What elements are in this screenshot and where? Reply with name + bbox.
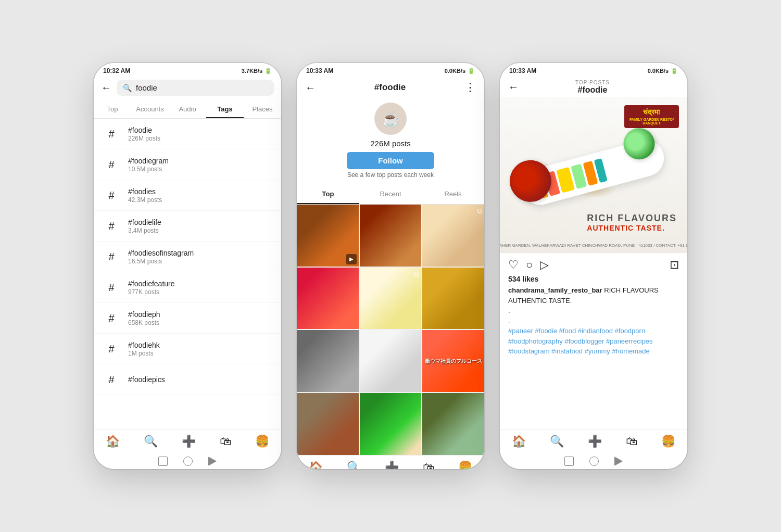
hashtag-item-foodiefeature[interactable]: # #foodiefeature 977K posts — [94, 272, 281, 303]
phone2-bottom-nav: 🏠 🔍 ➕ 🛍 🍔 — [297, 455, 484, 469]
photo-cell-1[interactable]: ▶ — [297, 205, 359, 267]
caption-hashtags[interactable]: #paneer #foodie #food #indianfood #foodp… — [508, 327, 653, 355]
hashtag-name-foodie: #foodie — [128, 126, 160, 134]
photo-cell-11[interactable] — [360, 393, 422, 455]
phone1-bottom-nav: 🏠 🔍 ➕ 🛍 🍔 — [94, 429, 281, 452]
caption-username[interactable]: chandrama_family_resto_bar — [508, 286, 602, 294]
heart-icon[interactable]: ♡ — [508, 258, 519, 272]
phone1-tabs-row: Top Accounts Audio Tags Places — [94, 100, 281, 119]
phones-container: 10:32 AM 3.7KB/s 🔋 ← 🔍 Top Accounts Audi… — [94, 63, 687, 469]
phone1-time: 10:32 AM — [103, 67, 130, 74]
content-tab-top[interactable]: Top — [297, 185, 359, 204]
sys-back-button[interactable] — [208, 457, 217, 466]
comment-icon[interactable]: ○ — [526, 258, 533, 272]
sys-circle-button[interactable] — [183, 457, 193, 466]
phone3-back-button[interactable]: ← — [508, 81, 519, 93]
content-tab-recent[interactable]: Recent — [359, 185, 422, 204]
phone1-search-box[interactable]: 🔍 — [117, 80, 274, 96]
hashtag-count-foodie: 226M posts — [128, 135, 160, 142]
nav-search-icon[interactable]: 🔍 — [144, 435, 158, 448]
photo-cell-10[interactable] — [297, 393, 359, 455]
photo-cell-12[interactable] — [422, 393, 484, 455]
phone1-system-bar — [94, 452, 281, 469]
phone2-status-bar: 10:33 AM 0.0KB/s 🔋 — [297, 63, 484, 77]
caption-dots: . — [508, 307, 510, 314]
phone2-header: ← #foodie ⋮ — [297, 77, 484, 97]
hashtag-item-foodies[interactable]: # #foodies 42.3M posts — [94, 180, 281, 211]
phone-3: 10:33 AM 0.0KB/s 🔋 ← TOP POSTS #foodie च… — [500, 63, 687, 469]
phone1-search-icon: 🔍 — [123, 84, 132, 92]
phone1-status-bar: 10:32 AM 3.7KB/s 🔋 — [94, 63, 281, 77]
dish-text-overlay: RICH FLAVOURS AUTHENTIC TASTE. — [587, 213, 677, 232]
hashtag-item-foodiehk[interactable]: # #foodiehk 1M posts — [94, 334, 281, 364]
hashtag-item-foodiepics[interactable]: # #foodiepics — [94, 364, 281, 395]
tab-top[interactable]: Top — [94, 100, 131, 118]
multi-photo-icon-2: ⧉ — [414, 270, 419, 278]
hash-icon-foodies: # — [102, 186, 121, 205]
authentic-taste-text: AUTHENTIC TASTE. — [587, 224, 677, 232]
p2-nav-home-icon[interactable]: 🏠 — [309, 461, 323, 469]
phone2-photo-grid: ▶ ⧉ ⧉ 激ウマ社員のフルコース — [297, 205, 484, 455]
tab-accounts[interactable]: Accounts — [131, 100, 169, 118]
phone2-battery-icon: 🔋 — [468, 68, 475, 74]
photo-cell-7[interactable] — [297, 330, 359, 392]
content-tab-reels[interactable]: Reels — [422, 185, 484, 204]
phone3-status-bar: 10:33 AM 0.0KB/s 🔋 — [500, 63, 687, 77]
p3-sys-square-button[interactable] — [564, 457, 574, 466]
phone1-back-button[interactable]: ← — [101, 82, 111, 94]
hash-icon-foodiefeature: # — [102, 278, 121, 297]
p2-nav-search-icon[interactable]: 🔍 — [347, 461, 361, 469]
hashtag-item-foodiegram[interactable]: # #foodiegram 10.5M posts — [94, 149, 281, 180]
tab-tags[interactable]: Tags — [206, 100, 244, 118]
post-caption: chandrama_family_resto_bar RICH FLAVOURS… — [500, 283, 687, 429]
hashtag-name-foodielife: #foodielife — [128, 218, 161, 226]
follow-button[interactable]: Follow — [347, 152, 434, 169]
photo-cell-5[interactable]: ⧉ — [360, 268, 422, 330]
phone2-more-button[interactable]: ⋮ — [464, 81, 476, 94]
photo-cell-3[interactable]: ⧉ — [422, 205, 484, 267]
p3-sys-back-button[interactable] — [614, 457, 623, 466]
hashtag-item-foodielife[interactable]: # #foodielife 3.4M posts — [94, 211, 281, 242]
nav-profile-icon[interactable]: 🍔 — [255, 435, 269, 448]
hashtag-count-foodiesofinstagram: 16.5M posts — [128, 258, 194, 265]
photo-cell-4[interactable] — [297, 268, 359, 330]
sys-square-button[interactable] — [158, 457, 168, 466]
restaurant-logo: चंद्रमा FAMILY GARDEN RESTO/BANQUET — [624, 105, 679, 128]
phone3-time: 10:33 AM — [509, 67, 536, 74]
p2-nav-profile-icon[interactable]: 🍔 — [458, 461, 472, 469]
share-icon[interactable]: ▷ — [540, 258, 549, 272]
p3-nav-home-icon[interactable]: 🏠 — [512, 435, 526, 448]
hashtag-item-foodie[interactable]: # #foodie 226M posts — [94, 119, 281, 149]
hash-icon-foodiepics: # — [102, 370, 121, 389]
hash-icon-foodieph: # — [102, 309, 121, 327]
phone1-search-input[interactable] — [136, 83, 268, 92]
nav-shop-icon[interactable]: 🛍 — [220, 435, 231, 448]
phone2-hashtag-title: #foodie — [374, 82, 406, 93]
p3-nav-shop-icon[interactable]: 🛍 — [626, 435, 637, 448]
p2-nav-shop-icon[interactable]: 🛍 — [423, 461, 434, 469]
photo-cell-8[interactable] — [360, 330, 422, 392]
p3-nav-plus-icon[interactable]: ➕ — [588, 435, 602, 448]
p3-nav-profile-icon[interactable]: 🍔 — [661, 435, 675, 448]
nav-home-icon[interactable]: 🏠 — [106, 435, 120, 448]
tab-audio[interactable]: Audio — [169, 100, 206, 118]
phone2-status-icons: 0.0KB/s 🔋 — [445, 68, 475, 74]
photo-cell-9[interactable]: 激ウマ社員のフルコース — [422, 330, 484, 392]
hashtag-name-foodiehk: #foodiehk — [128, 341, 160, 349]
p3-sys-circle-button[interactable] — [589, 457, 599, 466]
hash-icon-foodiehk: # — [102, 339, 121, 358]
hashtag-name-foodieph: #foodieph — [128, 310, 160, 319]
hashtag-item-foodieph[interactable]: # #foodieph 658K posts — [94, 303, 281, 334]
photo-cell-2[interactable] — [360, 205, 422, 267]
post-header-tag: #foodie — [575, 85, 610, 95]
p3-nav-search-icon[interactable]: 🔍 — [550, 435, 564, 448]
phone2-back-button[interactable]: ← — [305, 82, 316, 94]
phone2-content-tabs: Top Recent Reels — [297, 185, 484, 205]
bookmark-icon[interactable]: ⊡ — [670, 258, 679, 272]
nav-plus-icon[interactable]: ➕ — [182, 435, 196, 448]
photo-cell-6[interactable] — [422, 268, 484, 330]
hashtag-name-foodies: #foodies — [128, 187, 162, 196]
tab-places[interactable]: Places — [244, 100, 281, 118]
hashtag-item-foodiesofinstagram[interactable]: # #foodiesofinstagram 16.5M posts — [94, 242, 281, 272]
p2-nav-plus-icon[interactable]: ➕ — [385, 461, 399, 469]
